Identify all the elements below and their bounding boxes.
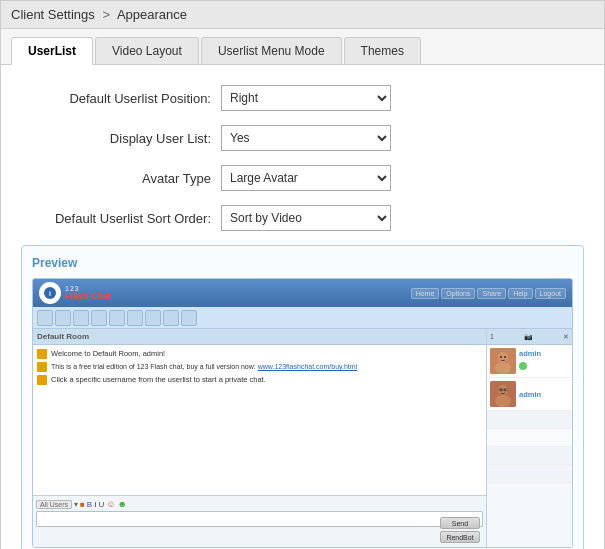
page-title: Appearance [117, 7, 187, 22]
user-avatar-1 [490, 348, 516, 374]
username-1: admin [519, 349, 569, 358]
chat-input-area: All Users ▾ ■ B I U ☺ ☻ [33, 495, 486, 547]
form-row-avatar: Avatar Type No Avatar Small Avatar Large… [21, 165, 584, 191]
tab-bar: UserList Video Layout Userlist Menu Mode… [1, 29, 604, 65]
tab-themes[interactable]: Themes [344, 37, 421, 64]
chat-preview: i 123 Flash Chat Home Options Share [33, 279, 572, 547]
chat-link: www.123flashchat.com/buy.html [258, 363, 357, 370]
user-icon-2 [37, 362, 47, 372]
control-sort: Sort by Video Sort by Name Sort by Statu… [221, 205, 391, 231]
empty-row-4 [487, 465, 572, 483]
select-display[interactable]: Yes No [221, 125, 391, 151]
chat-messages: Welcome to Default Room, admin! This is … [33, 345, 486, 495]
input-toolbar: All Users ▾ ■ B I U ☺ ☻ [36, 499, 483, 509]
input-tool-2: ■ [80, 500, 85, 509]
nav-home: Home [411, 288, 440, 299]
text-input-box[interactable] [36, 511, 483, 527]
toolbar-btn-8 [163, 310, 179, 326]
app-name: Client Settings [11, 7, 95, 22]
control-avatar: No Avatar Small Avatar Large Avatar [221, 165, 391, 191]
userlist-count: 1 [490, 333, 494, 340]
chat-room-area: Default Room Welcome to Default Room, ad… [33, 329, 487, 547]
toolbar-btn-2 [55, 310, 71, 326]
svg-point-4 [495, 362, 511, 374]
select-sort[interactable]: Sort by Video Sort by Name Sort by Statu… [221, 205, 391, 231]
svg-point-5 [500, 356, 502, 358]
user-status-1 [519, 362, 527, 370]
input-tool-1: ▾ [74, 500, 78, 509]
chat-logo-icon: i [39, 282, 61, 304]
user-info-1: admin [519, 349, 569, 373]
avatar-face-2 [490, 381, 516, 407]
select-avatar[interactable]: No Avatar Small Avatar Large Avatar [221, 165, 391, 191]
emoji-icon-2: ☻ [117, 499, 126, 509]
toolbar-btn-5 [109, 310, 125, 326]
label-avatar: Avatar Type [21, 171, 221, 186]
chat-nav-buttons: Home Options Share Help Logout [411, 288, 566, 299]
chat-logo: i 123 Flash Chat [39, 282, 111, 304]
form-row-display: Display User List: Yes No [21, 125, 584, 151]
toolbar-btn-1 [37, 310, 53, 326]
tab-userlist[interactable]: UserList [11, 37, 93, 65]
main-window: Client Settings > Appearance UserList Vi… [0, 0, 605, 549]
emoji-icon: ☺ [106, 499, 115, 509]
empty-row-3 [487, 447, 572, 465]
input-tool-5: U [98, 500, 104, 509]
toolbar-btn-9 [181, 310, 197, 326]
empty-user-rows [487, 411, 572, 547]
form-row-position: Default Userlist Position: Left Right [21, 85, 584, 111]
user-icon-3 [37, 375, 47, 385]
userlist-cam-icon: 📷 [524, 333, 533, 341]
input-tool-4: I [94, 500, 96, 509]
chat-logo-text: 123 Flash Chat [65, 285, 111, 302]
all-users-label: All Users [36, 500, 72, 509]
toolbar-btn-7 [145, 310, 161, 326]
label-position: Default Userlist Position: [21, 91, 221, 106]
send-button[interactable]: Send [440, 517, 480, 529]
title-bar: Client Settings > Appearance [1, 1, 604, 29]
user-item-1: admin [487, 345, 572, 378]
svg-point-6 [504, 356, 506, 358]
input-tool-3: B [87, 500, 92, 509]
username-2: admin [519, 390, 569, 399]
breadcrumb-separator: > [102, 7, 110, 22]
user-avatar-2 [490, 381, 516, 407]
room-name: Default Room [37, 332, 89, 341]
select-position[interactable]: Left Right [221, 85, 391, 111]
user-item-2: admin [487, 378, 572, 411]
chat-message-1: Welcome to Default Room, admin! [37, 349, 482, 359]
label-sort: Default Userlist Sort Order: [21, 211, 221, 226]
preview-label: Preview [32, 256, 573, 270]
chat-message-3: Click a specific username from the userl… [37, 375, 482, 385]
preview-section: Preview i 123 [21, 245, 584, 549]
chat-userlist: 1 📷 ✕ [487, 329, 572, 547]
nav-help: Help [508, 288, 532, 299]
preview-frame: i 123 Flash Chat Home Options Share [32, 278, 573, 548]
toolbar-btn-6 [127, 310, 143, 326]
room-header: Default Room [33, 329, 486, 345]
nav-options: Options [441, 288, 475, 299]
user-info-2: admin [519, 390, 569, 399]
content-area: Default Userlist Position: Left Right Di… [1, 65, 604, 549]
send-buttons: Send RendBot [440, 517, 480, 543]
userlist-close: ✕ [563, 333, 569, 341]
chat-topbar: i 123 Flash Chat Home Options Share [33, 279, 572, 307]
empty-row-1 [487, 411, 572, 429]
nav-logout: Logout [535, 288, 566, 299]
toolbar-btn-4 [91, 310, 107, 326]
rendbot-button[interactable]: RendBot [440, 531, 480, 543]
label-display: Display User List: [21, 131, 221, 146]
toolbar-btn-3 [73, 310, 89, 326]
user-icon-1 [37, 349, 47, 359]
chat-toolbar [33, 307, 572, 329]
empty-row-2 [487, 429, 572, 447]
userlist-header: 1 📷 ✕ [487, 329, 572, 345]
svg-point-9 [495, 395, 511, 407]
nav-share: Share [477, 288, 506, 299]
form-row-sort: Default Userlist Sort Order: Sort by Vid… [21, 205, 584, 231]
control-position: Left Right [221, 85, 391, 111]
chat-message-2: This is a free trial edition of 123 Flas… [37, 362, 482, 372]
tab-video-layout[interactable]: Video Layout [95, 37, 199, 64]
tab-userlist-menu-mode[interactable]: Userlist Menu Mode [201, 37, 342, 64]
svg-text:i: i [49, 290, 51, 297]
